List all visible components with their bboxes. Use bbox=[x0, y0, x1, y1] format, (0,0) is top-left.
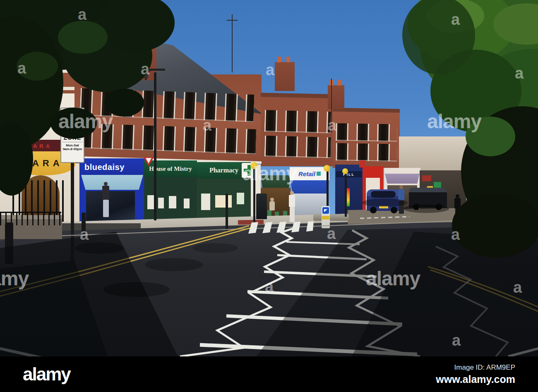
alamy-url: www.alamy.com bbox=[436, 373, 515, 385]
watermark-text: a bbox=[328, 117, 336, 133]
watermark-text: a bbox=[451, 227, 459, 242]
alamy-logo: alamy bbox=[23, 364, 70, 385]
watermark-text: alamy bbox=[427, 112, 481, 131]
alamy-footer-bar: alamy Image ID: ARM9EP www.alamy.com bbox=[0, 356, 538, 392]
watermark-layer: aaaaaaalamyalamyaaalamyaaaalamyaalamyaa bbox=[0, 0, 538, 356]
watermark-text: a bbox=[515, 65, 523, 81]
watermark-text: a bbox=[141, 61, 149, 77]
watermark-text: alamy bbox=[366, 269, 420, 289]
watermark-text: a bbox=[80, 227, 88, 242]
watermark-text: alamy bbox=[243, 164, 297, 184]
watermark-text: a bbox=[266, 62, 274, 78]
watermark-text: a bbox=[203, 117, 211, 133]
watermark-text: a bbox=[513, 280, 521, 295]
street-photo: ZARA ZARA bluedaisy House of Mistry Phar… bbox=[0, 0, 538, 356]
watermark-text: alamy bbox=[58, 112, 113, 131]
watermark-text: a bbox=[452, 332, 460, 348]
watermark-text: a bbox=[451, 12, 459, 27]
watermark-text: alamy bbox=[0, 269, 29, 289]
watermark-text: a bbox=[265, 279, 273, 294]
stock-photo-page: ZARA ZARA bluedaisy House of Mistry Phar… bbox=[0, 0, 538, 392]
image-id: Image ID: ARM9EP bbox=[454, 363, 515, 372]
watermark-text: a bbox=[327, 226, 335, 241]
watermark-text: a bbox=[78, 7, 86, 22]
watermark-text: a bbox=[17, 60, 26, 76]
